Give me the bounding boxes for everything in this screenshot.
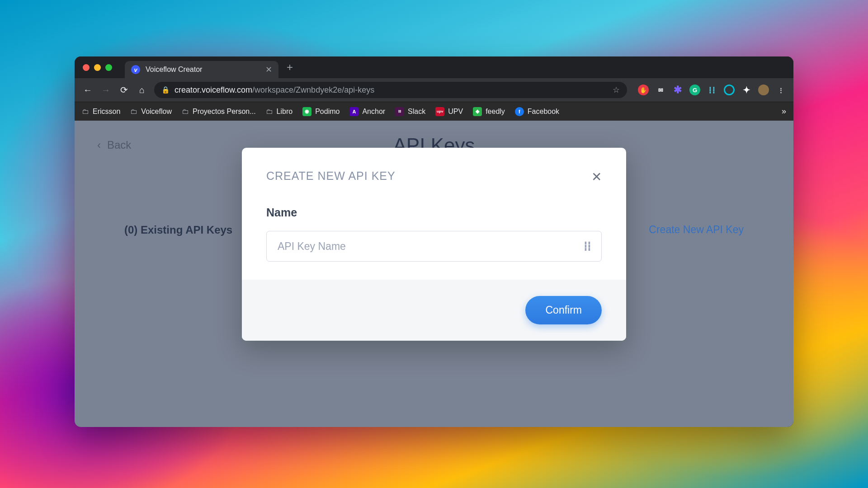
- extension-icon[interactable]: G: [689, 84, 700, 95]
- facebook-icon: f: [515, 107, 524, 116]
- bookmark-item[interactable]: upvUPV: [435, 107, 463, 116]
- extension-icon[interactable]: ✉: [655, 84, 666, 95]
- window-close-button[interactable]: [83, 64, 90, 71]
- folder-icon: 🗀: [130, 108, 137, 116]
- modal-title: CREATE NEW API KEY: [266, 169, 396, 183]
- url-text: creator.voiceflow.com/workspace/Zwnbdyek…: [175, 85, 374, 95]
- api-key-name-input-wrap[interactable]: ┇┇: [266, 231, 602, 262]
- close-icon[interactable]: ✕: [591, 169, 602, 184]
- input-suffix-icon: ┇┇: [583, 241, 590, 251]
- tab-title: Voiceflow Creator: [146, 66, 260, 74]
- bookmark-folder[interactable]: 🗀Libro: [266, 108, 293, 116]
- new-tab-button[interactable]: +: [287, 61, 293, 74]
- reload-icon[interactable]: ⟳: [118, 84, 130, 95]
- folder-icon: 🗀: [266, 108, 273, 116]
- bookmark-bar: 🗀Ericsson 🗀Voiceflow 🗀Proyectos Person..…: [75, 102, 793, 121]
- window-controls: [83, 64, 112, 71]
- extension-icon[interactable]: [724, 84, 735, 95]
- extension-icon[interactable]: ┇┇: [707, 84, 717, 95]
- bookmark-overflow-icon[interactable]: »: [782, 107, 786, 116]
- tab-bar: v Voiceflow Creator ✕ +: [75, 56, 793, 78]
- bookmark-folder[interactable]: 🗀Proyectos Person...: [182, 108, 256, 116]
- name-field-label: Name: [266, 206, 602, 219]
- window-minimize-button[interactable]: [94, 64, 101, 71]
- create-api-key-modal: CREATE NEW API KEY ✕ Name ┇┇ Confirm: [242, 148, 626, 341]
- bookmark-item[interactable]: ⌗Slack: [395, 107, 425, 116]
- browser-window: v Voiceflow Creator ✕ + ← → ⟳ ⌂ 🔒 creato…: [75, 56, 793, 427]
- profile-avatar[interactable]: [758, 84, 769, 95]
- folder-icon: 🗀: [82, 108, 89, 116]
- forward-icon[interactable]: →: [100, 85, 112, 95]
- extension-icon[interactable]: ✱: [672, 84, 683, 95]
- bookmark-folder[interactable]: 🗀Voiceflow: [130, 108, 172, 116]
- bookmark-item[interactable]: fFacebook: [515, 107, 559, 116]
- anchor-icon: A: [349, 107, 359, 116]
- upv-icon: upv: [435, 107, 444, 116]
- extension-icon[interactable]: ✋: [638, 84, 649, 95]
- podimo-icon: ◉: [302, 107, 311, 116]
- confirm-button[interactable]: Confirm: [525, 296, 602, 324]
- slack-icon: ⌗: [395, 107, 404, 116]
- modal-overlay: CREATE NEW API KEY ✕ Name ┇┇ Confirm: [75, 121, 793, 427]
- puzzle-icon[interactable]: ✦: [741, 84, 752, 95]
- api-key-name-input[interactable]: [278, 240, 583, 253]
- menu-icon[interactable]: ⋮: [775, 84, 786, 95]
- extension-icons: ✋ ✉ ✱ G ┇┇ ✦ ⋮: [638, 84, 786, 95]
- bookmark-item[interactable]: ◆feedly: [473, 107, 505, 116]
- browser-tab[interactable]: v Voiceflow Creator ✕: [125, 61, 278, 78]
- window-maximize-button[interactable]: [105, 64, 112, 71]
- bookmark-item[interactable]: ◉Podimo: [302, 107, 340, 116]
- bookmark-folder[interactable]: 🗀Ericsson: [82, 108, 120, 116]
- tab-favicon: v: [131, 65, 140, 74]
- home-icon[interactable]: ⌂: [136, 85, 148, 95]
- address-bar[interactable]: 🔒 creator.voiceflow.com/workspace/Zwnbdy…: [154, 82, 627, 98]
- lock-icon: 🔒: [161, 86, 170, 94]
- tab-close-icon[interactable]: ✕: [265, 65, 272, 75]
- back-icon[interactable]: ←: [82, 85, 94, 95]
- bookmark-star-icon[interactable]: ☆: [613, 85, 620, 95]
- bookmark-item[interactable]: AAnchor: [349, 107, 385, 116]
- nav-bar: ← → ⟳ ⌂ 🔒 creator.voiceflow.com/workspac…: [75, 78, 793, 102]
- page-content: ‹ Back API Keys (0) Existing API Keys Cr…: [75, 121, 793, 427]
- feedly-icon: ◆: [473, 107, 482, 116]
- folder-icon: 🗀: [182, 108, 189, 116]
